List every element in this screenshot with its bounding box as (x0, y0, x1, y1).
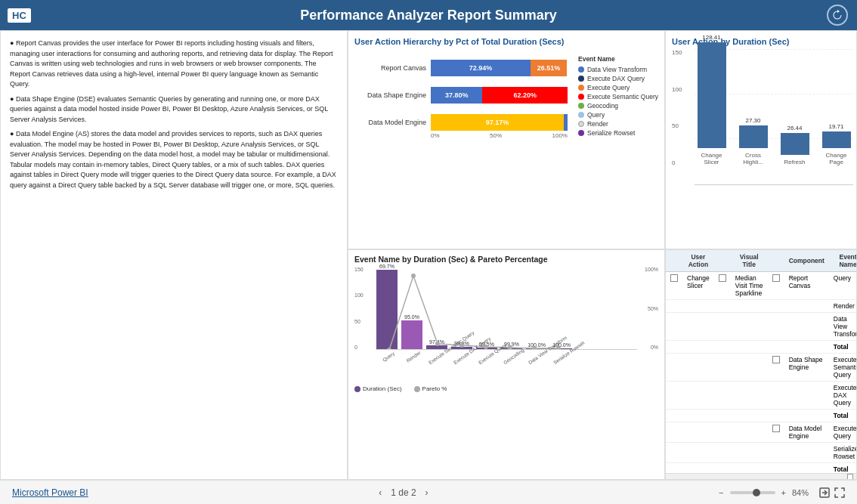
tick-0: 0% (431, 132, 440, 139)
svg-point-1 (411, 274, 416, 278)
checkbox-1[interactable] (670, 274, 678, 282)
prev-page-button[interactable]: ‹ (379, 487, 382, 498)
seg-blue-dse: 37.80% (431, 87, 482, 104)
legend-label-geocoding: Geocoding (587, 102, 618, 110)
legend-dot-serialize (578, 130, 584, 136)
legend-execute-semantic: Execute Semantic Query (578, 93, 658, 100)
axis-ticks: 0% 50% 100% (354, 132, 568, 139)
legend-execute-dax: Execute DAX Query (578, 75, 658, 82)
checkbox-5[interactable] (772, 425, 780, 432)
table-row-total-3: Total 0,028 (666, 463, 856, 474)
cell-event-2: Render (829, 300, 856, 313)
checkbox-3[interactable] (772, 274, 780, 282)
legend-dot-data-view (578, 66, 584, 73)
cell-event-4: Execute Semantic Query (829, 354, 856, 382)
zoom-minus-button[interactable]: − (719, 488, 723, 497)
pareto-panel: Event Name by Duration (Sec) & Pareto Pe… (348, 249, 665, 480)
pareto-y-right: 100% 50% 0% (645, 267, 658, 350)
cell-event-3: Data View Transform (829, 313, 856, 341)
legend-dot-execute-semantic (578, 94, 584, 100)
row-label-dse: Data Shape Engine (354, 91, 426, 99)
pareto-x-query: Query (378, 348, 400, 365)
share-icon[interactable] (819, 487, 830, 498)
brand-link[interactable]: Microsoft Power BI (12, 487, 88, 498)
cell-total-label-3: Total (829, 463, 856, 474)
legend-execute-query: Execute Query (578, 84, 658, 91)
stacked-bars: Report Canvas 72.94% 26.51% Data Shape E… (354, 60, 568, 131)
stacked-row-dme: Data Model Engine 97.17% (354, 114, 568, 131)
tick-50: 50% (490, 132, 502, 139)
legend-label-execute-query: Execute Query (587, 84, 630, 91)
zoom-value: 84% (792, 488, 809, 497)
chart-legend: Event Name Data View Transform Execute D… (578, 55, 658, 139)
cell-component-1: Report Canvas (784, 272, 829, 300)
text-paragraph-2: ● Data Shape Engine (DSE) evaluates Sema… (10, 94, 338, 125)
page-nav: ‹ 1 de 2 › (379, 487, 428, 498)
checkbox-2[interactable] (719, 274, 726, 282)
bar-lbl-cross: CrossHighli... (736, 152, 770, 165)
next-page-button[interactable]: › (425, 487, 428, 498)
page-indicator: 1 de 2 (391, 487, 416, 498)
legend-label-query: Query (587, 111, 605, 119)
legend-label-execute-dax: Execute DAX Query (587, 75, 645, 82)
bar-val-128: 128.41 (702, 34, 720, 41)
legend-label-execute-semantic: Execute Semantic Query (587, 93, 658, 100)
pareto-x-exec-q: Execute Query (478, 348, 500, 365)
table-row: Data View Transform 0,002 (666, 313, 856, 341)
legend-label-render: Render (587, 120, 608, 128)
bar-dme: 97.17% (431, 114, 568, 131)
th-checkbox (666, 250, 682, 272)
legend-dot-execute-query (578, 85, 584, 91)
bar-dse: 37.80% 62.20% (431, 87, 568, 104)
seg-yellow-dme: 97.17% (431, 114, 564, 131)
th-event-name: Event Name (829, 250, 856, 272)
pareto-bar-query: 69.7% (376, 264, 398, 349)
pareto-val-render: 95.0% (404, 314, 419, 320)
main-content: ● Report Canvas provides the user interf… (0, 30, 857, 480)
bar-rect-27 (739, 125, 768, 148)
table-row: Serialize Rowset 0,000 (666, 443, 856, 463)
legend-serialize: Serialize Rowset (578, 129, 658, 137)
bar-cross-highlight: 27.30 CrossHighli... (736, 117, 770, 165)
hierarchy-panel: User Action Hierarchy by Pct of Total Du… (348, 30, 665, 249)
seg-orange-canvas: 26.51% (531, 60, 567, 76)
bar-val-27: 27.30 (745, 117, 760, 124)
legend-label-serialize: Serialize Rowset (587, 129, 635, 137)
zoom-plus-button[interactable]: + (781, 488, 786, 497)
legend-geocoding: Geocoding (578, 102, 658, 110)
table-scroll-area[interactable]: User Action Visual Title Component Event… (666, 250, 856, 473)
y-label-0: 0 (672, 159, 682, 166)
pareto-legend: Duration (Sec) Pareto % (354, 385, 658, 392)
bar-rect-19 (822, 131, 851, 148)
text-paragraph-1: ● Report Canvas provides the user interf… (10, 39, 338, 90)
pareto-title: Event Name by Duration (Sec) & Pareto Pe… (354, 255, 658, 264)
bar-lbl-change-slicer: ChangeSlicer (695, 152, 729, 165)
checkbox-4[interactable] (772, 356, 780, 363)
pareto-x-dvt: Data View Transform (528, 348, 549, 365)
pareto-val-dvt: 100.0% (528, 342, 546, 348)
pareto-y-50: 50 (354, 319, 364, 324)
bar-rect-26 (781, 133, 809, 155)
expand-icon[interactable] (847, 474, 853, 480)
cell-component-3: Data Model Engine (784, 422, 829, 443)
table-row: Data Model Engine Execute Query 0,028 (666, 422, 856, 443)
seg-blue-canvas: 72.94% (431, 60, 531, 76)
pareto-rect-query (376, 270, 398, 349)
refresh-icon[interactable] (827, 5, 848, 26)
row-label-dme: Data Model Engine (354, 119, 426, 126)
footer-right: − + 84% (719, 487, 845, 498)
legend-dot-render (578, 121, 584, 127)
cell-component-2: Data Shape Engine (784, 354, 829, 382)
zoom-slider[interactable] (730, 491, 775, 494)
cell-event-1: Query (829, 272, 856, 300)
pareto-bars: 69.7% 95.0% 97.4% 98.8% (376, 267, 637, 350)
fullscreen-icon[interactable] (834, 487, 845, 498)
legend-dot-query (578, 112, 584, 118)
pareto-x-exec-sem: Execute Semantic Query (428, 348, 450, 365)
bar-val-26: 26.44 (787, 125, 802, 131)
y-label-100: 100 (672, 86, 682, 93)
hierarchy-title: User Action Hierarchy by Pct of Total Du… (354, 37, 658, 46)
bar-lbl-refresh: Refresh (778, 159, 812, 165)
table-row: Render 1,913 (666, 300, 856, 313)
pareto-legend-label-pareto: Pareto % (422, 385, 447, 392)
